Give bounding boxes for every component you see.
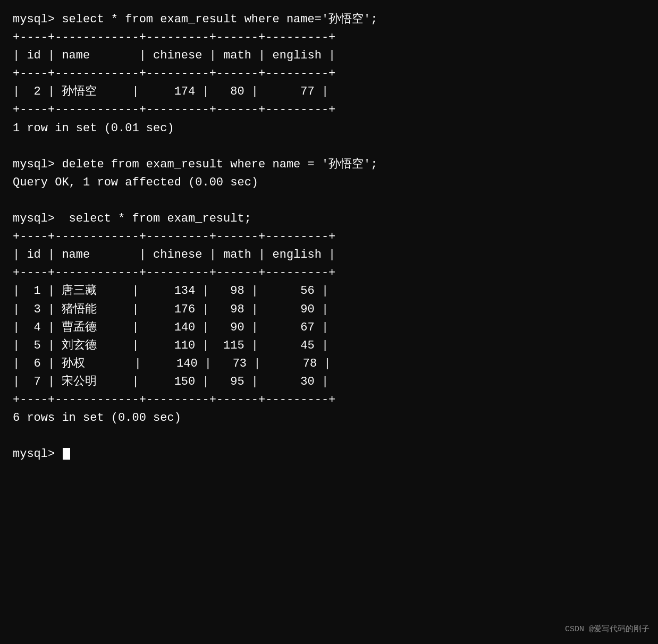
terminal-prompt: mysql>: [13, 445, 645, 463]
terminal-line: +----+------------+---------+------+----…: [13, 29, 645, 47]
empty-line: [13, 427, 645, 445]
terminal-line: | 7 | 宋公明 | 150 | 95 | 30 |: [13, 373, 645, 391]
watermark: CSDN @爱写代码的刚子: [565, 624, 649, 636]
terminal-line: | 6 | 孙权 | 140 | 73 | 78 |: [13, 355, 645, 373]
terminal-line: +----+------------+---------+------+----…: [13, 101, 645, 119]
terminal-line: | id | name | chinese | math | english |: [13, 246, 645, 264]
terminal-line: | 2 | 孙悟空 | 174 | 80 | 77 |: [13, 83, 645, 101]
terminal-line: mysql> select * from exam_result;: [13, 210, 645, 228]
empty-line: [13, 138, 645, 156]
terminal-line: +----+------------+---------+------+----…: [13, 228, 645, 246]
empty-line: [13, 192, 645, 210]
terminal-line: +----+------------+---------+------+----…: [13, 264, 645, 282]
terminal-line: Query OK, 1 row affected (0.00 sec): [13, 174, 645, 192]
terminal-line: +----+------------+---------+------+----…: [13, 391, 645, 409]
terminal-line: | 4 | 曹孟德 | 140 | 90 | 67 |: [13, 319, 645, 337]
terminal-window: mysql> select * from exam_result where n…: [13, 11, 645, 463]
terminal-line: mysql> delete from exam_result where nam…: [13, 156, 645, 174]
terminal-line: | 5 | 刘玄德 | 110 | 115 | 45 |: [13, 337, 645, 355]
terminal-line: 6 rows in set (0.00 sec): [13, 409, 645, 427]
terminal-line: mysql> select * from exam_result where n…: [13, 11, 645, 29]
terminal-line: | id | name | chinese | math | english |: [13, 47, 645, 65]
terminal-line: +----+------------+---------+------+----…: [13, 65, 645, 83]
terminal-line: | 1 | 唐三藏 | 134 | 98 | 56 |: [13, 282, 645, 300]
cursor: [63, 448, 70, 460]
terminal-line: 1 row in set (0.01 sec): [13, 120, 645, 138]
terminal-line: | 3 | 猪悟能 | 176 | 98 | 90 |: [13, 301, 645, 319]
